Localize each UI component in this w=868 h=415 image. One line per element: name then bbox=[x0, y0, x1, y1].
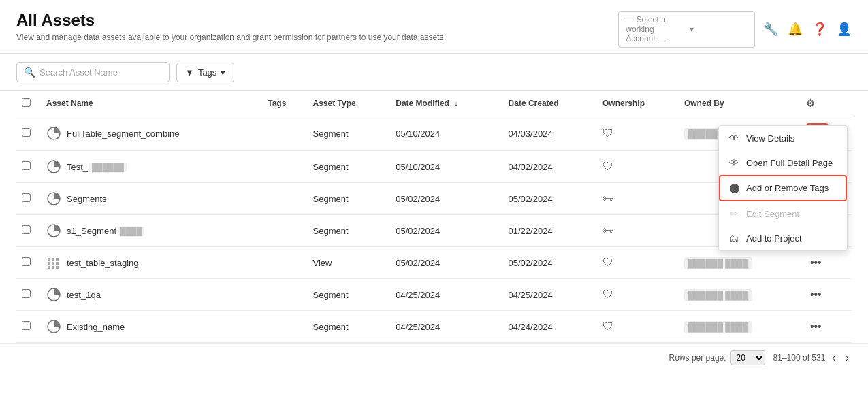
row-actions-button[interactable]: ••• bbox=[806, 254, 826, 271]
asset-name-value: Test_██████ bbox=[67, 162, 127, 172]
asset-name-value: FullTable_segment_combine bbox=[67, 129, 179, 139]
context-menu: 👁 View Details 👁 Open Full Detail Page A… bbox=[718, 125, 848, 251]
row-checkbox[interactable] bbox=[22, 321, 31, 330]
pagination-range: 81–100 of 531 bbox=[773, 353, 826, 363]
shield-icon: 🛡 bbox=[602, 320, 613, 332]
row-checkbox[interactable] bbox=[22, 193, 31, 202]
context-menu-view-details-label: View Details bbox=[746, 133, 794, 144]
key-icon: 🗝 bbox=[602, 225, 613, 236]
wrench-icon[interactable]: 🔧 bbox=[763, 22, 778, 37]
context-menu-open-full-detail[interactable]: 👁 Open Full Detail Page bbox=[719, 150, 847, 175]
ownership-cell: 🛡 bbox=[597, 116, 679, 151]
asset-name-cell: Test_██████ bbox=[41, 151, 262, 183]
col-date-modified[interactable]: Date Modified ↓ bbox=[390, 91, 502, 116]
tags-cell bbox=[262, 311, 307, 343]
pagination-prev-button[interactable]: ‹ bbox=[829, 350, 838, 365]
gear-icon[interactable]: ⚙ bbox=[806, 98, 815, 109]
asset-type-cell: Segment bbox=[308, 279, 391, 311]
svg-rect-9 bbox=[56, 262, 59, 265]
select-all-checkbox[interactable] bbox=[22, 98, 31, 107]
svg-rect-11 bbox=[52, 266, 54, 269]
context-menu-add-to-project-label: Add to Project bbox=[746, 233, 802, 244]
tags-cell bbox=[262, 183, 307, 215]
user-icon[interactable]: 👤 bbox=[837, 22, 852, 37]
asset-name-cell: test_table_staging bbox=[41, 247, 262, 279]
rows-per-page-select[interactable]: 20 50 100 bbox=[730, 350, 765, 365]
svg-rect-10 bbox=[48, 266, 50, 269]
owned-by-value: ██████ ████ bbox=[684, 289, 752, 301]
rows-per-page: Rows per page: 20 50 100 bbox=[669, 350, 765, 365]
actions-cell: ••• bbox=[801, 247, 852, 279]
asset-name-cell: Segments bbox=[41, 183, 262, 215]
row-checkbox[interactable] bbox=[22, 257, 31, 266]
owned-by-cell: ██████ ████ bbox=[679, 311, 801, 343]
actions-cell: ••• bbox=[801, 311, 852, 343]
context-menu-view-details[interactable]: 👁 View Details bbox=[719, 126, 847, 150]
header-icons: 🔧 🔔 ❓ 👤 bbox=[763, 22, 852, 37]
col-tags[interactable]: Tags bbox=[262, 91, 307, 116]
ownership-cell: 🛡 bbox=[597, 247, 679, 279]
date-modified-cell: 05/10/2024 bbox=[390, 151, 502, 183]
context-menu-add-remove-tags[interactable]: Add or Remove Tags bbox=[719, 175, 847, 201]
tags-button[interactable]: ▼ Tags ▾ bbox=[176, 63, 234, 82]
search-icon: 🔍 bbox=[24, 67, 35, 78]
eye-icon-2: 👁 bbox=[728, 157, 739, 168]
col-date-created[interactable]: Date Created bbox=[503, 91, 597, 116]
date-created-cell: 04/02/2024 bbox=[503, 151, 597, 183]
row-actions-button[interactable]: ••• bbox=[806, 286, 826, 303]
ownership-cell: 🗝 bbox=[597, 183, 679, 215]
owned-by-cell: ██████ ████ bbox=[679, 279, 801, 311]
col-owned-by[interactable]: Owned By bbox=[679, 91, 801, 116]
asset-name-value: Existing_name bbox=[67, 322, 125, 332]
context-menu-add-to-project[interactable]: 🗂 Add to Project bbox=[719, 226, 847, 250]
row-actions-button[interactable]: ••• bbox=[806, 318, 826, 335]
owned-by-value: ██████ ████ bbox=[684, 321, 752, 333]
asset-type-cell: Segment bbox=[308, 311, 391, 343]
svg-rect-4 bbox=[48, 258, 50, 261]
header-left: All Assets View and manage data assets a… bbox=[16, 11, 443, 42]
shield-icon: 🛡 bbox=[602, 127, 613, 139]
date-created-cell: 04/24/2024 bbox=[503, 311, 597, 343]
col-asset-name[interactable]: Asset Name bbox=[41, 91, 262, 116]
asset-type-cell: Segment bbox=[308, 215, 391, 247]
row-checkbox-cell bbox=[16, 247, 41, 279]
filter-icon: ▼ bbox=[185, 67, 194, 78]
asset-name-value: Segments bbox=[67, 194, 107, 204]
bell-icon[interactable]: 🔔 bbox=[788, 22, 803, 37]
context-menu-edit-segment-label: Edit Segment bbox=[746, 209, 799, 219]
row-checkbox[interactable] bbox=[22, 225, 31, 234]
row-checkbox-cell bbox=[16, 151, 41, 183]
row-checkbox[interactable] bbox=[22, 128, 31, 137]
row-checkbox[interactable] bbox=[22, 289, 31, 298]
asset-type-icon bbox=[46, 287, 61, 302]
context-menu-add-remove-tags-label: Add or Remove Tags bbox=[746, 183, 829, 193]
workspace-selector[interactable]: — Select a working Account — ▾ bbox=[618, 11, 755, 48]
row-checkbox-cell bbox=[16, 116, 41, 151]
date-created-cell: 04/25/2024 bbox=[503, 279, 597, 311]
table-row: test_table_staging View 05/02/2024 05/02… bbox=[16, 247, 852, 279]
svg-rect-6 bbox=[56, 258, 59, 261]
asset-name-cell: FullTable_segment_combine bbox=[41, 116, 262, 151]
search-box[interactable]: 🔍 bbox=[16, 62, 170, 82]
svg-rect-12 bbox=[56, 266, 59, 269]
date-modified-cell: 04/25/2024 bbox=[390, 311, 502, 343]
workspace-dropdown-icon: ▾ bbox=[690, 24, 748, 34]
date-modified-cell: 05/10/2024 bbox=[390, 116, 502, 151]
col-asset-type[interactable]: Asset Type bbox=[308, 91, 391, 116]
row-checkbox[interactable] bbox=[22, 161, 31, 170]
context-menu-edit-segment: ✏ Edit Segment bbox=[719, 201, 847, 226]
actions-cell: ••• bbox=[801, 279, 852, 311]
search-input[interactable] bbox=[39, 67, 162, 78]
asset-type-cell: Segment bbox=[308, 183, 391, 215]
asset-type-icon bbox=[46, 191, 61, 206]
eye-icon: 👁 bbox=[728, 133, 739, 144]
help-icon[interactable]: ❓ bbox=[812, 22, 827, 37]
row-checkbox-cell bbox=[16, 311, 41, 343]
pagination-next-button[interactable]: › bbox=[843, 350, 852, 365]
asset-name-value: s1_Segment████ bbox=[67, 226, 144, 236]
date-modified-cell: 05/02/2024 bbox=[390, 183, 502, 215]
tags-cell bbox=[262, 279, 307, 311]
col-ownership[interactable]: Ownership bbox=[597, 91, 679, 116]
tags-dropdown-icon: ▾ bbox=[221, 67, 225, 78]
shield-icon: 🛡 bbox=[602, 161, 613, 172]
